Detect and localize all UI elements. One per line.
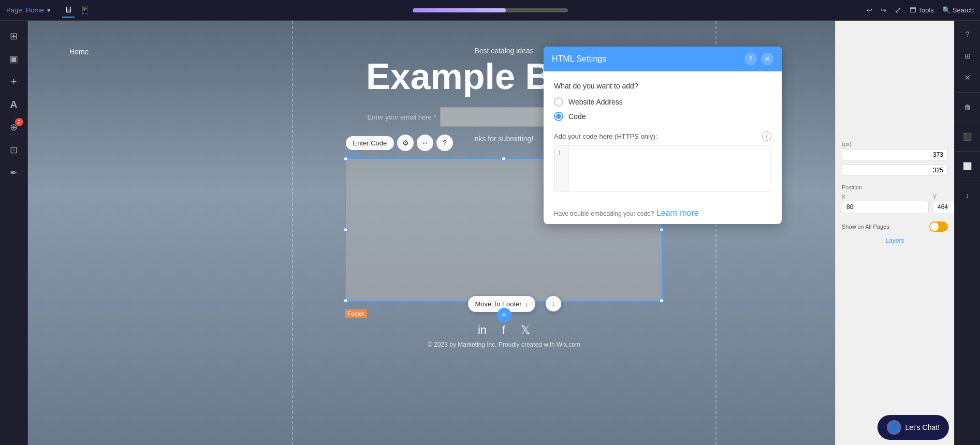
expand-icon[interactable]: ⤢	[895, 5, 901, 15]
move-to-footer-label: Move To Footer	[475, 300, 522, 308]
modal-help-button[interactable]: ?	[744, 53, 757, 65]
layout-icon[interactable]: ⬜	[958, 157, 977, 175]
x-input[interactable]	[842, 201, 929, 213]
move-icon-button[interactable]: ↕	[546, 296, 561, 312]
progress-bar-area	[413, 8, 568, 12]
position-section: Position X Y	[842, 184, 948, 213]
copyright-text: © 2023 by Marketing Inc. Proudly created…	[292, 341, 716, 348]
handle-top[interactable]	[501, 156, 506, 161]
learn-more-link[interactable]: Learn more	[656, 209, 699, 217]
home-label: Home	[69, 48, 89, 56]
info-icon[interactable]: i	[762, 131, 771, 141]
divider-2	[955, 122, 980, 122]
width-label: (px)	[842, 141, 852, 147]
modal-question: What do you want to add?	[554, 82, 771, 90]
handle-bottom-left[interactable]	[343, 298, 348, 303]
sidebar-item-apps[interactable]: ⊕ 2	[4, 117, 24, 138]
grid-icon[interactable]: ⊞	[958, 47, 977, 65]
radio-group: Website Address Code	[554, 97, 771, 121]
height-field-2[interactable]	[842, 165, 948, 176]
radio-circle-website	[554, 97, 563, 107]
show-all-pages-section: Show on All Pages	[842, 221, 948, 232]
height-row-2	[842, 165, 948, 176]
settings-icon[interactable]: ⚙	[397, 135, 414, 151]
show-all-pages-toggle[interactable]	[929, 221, 948, 232]
enter-code-button[interactable]: Enter Code	[346, 136, 394, 150]
add-icon: +	[11, 76, 17, 88]
progress-fill	[413, 8, 506, 12]
position-label: Position	[842, 184, 948, 190]
desktop-icon[interactable]: 🖥	[62, 3, 75, 18]
x-label: X	[842, 194, 929, 200]
line-1: 1	[558, 150, 565, 157]
top-bar-left: Page: Home ▼ 🖥 📱	[6, 3, 92, 18]
social-icons: in f 𝕏	[292, 323, 716, 337]
modal-help-icon: ?	[749, 55, 753, 63]
modal-header: HTML Settings ? ✕	[544, 47, 782, 71]
close-panel-icon[interactable]: ✕	[958, 68, 977, 87]
chat-avatar: 👤	[887, 420, 901, 435]
lets-chat-button[interactable]: 👤 Let's Chat!	[877, 415, 949, 440]
transform-icon[interactable]: ↕	[958, 186, 977, 205]
window-icon: 🗔	[910, 6, 916, 14]
position-grid: X Y	[842, 194, 948, 213]
tools-button[interactable]: 🗔 Tools	[910, 6, 934, 14]
left-sidebar: ⊞ ▣ + A ⊕ 2 ⊡ ✒	[0, 21, 28, 445]
layers-link[interactable]: Layers	[842, 237, 948, 244]
modal-close-icon: ✕	[765, 55, 770, 63]
sidebar-item-pages[interactable]: ⊞	[4, 26, 24, 47]
sidebar-item-sections[interactable]: ▣	[4, 49, 24, 69]
handle-left[interactable]	[343, 227, 348, 232]
thankyou-text: nks for submitting!	[475, 135, 534, 143]
sidebar-item-pen[interactable]: ✒	[4, 162, 24, 183]
divider-1	[955, 92, 980, 93]
help-circle-icon[interactable]: ?	[436, 135, 453, 151]
code-label: Code	[568, 112, 586, 121]
sidebar-item-add[interactable]: +	[4, 71, 24, 92]
handle-right[interactable]	[659, 227, 664, 232]
modal-close-button[interactable]: ✕	[761, 53, 773, 65]
linkedin-icon[interactable]: in	[478, 323, 487, 337]
tools-label: Tools	[918, 6, 933, 14]
radio-dot-code	[556, 114, 561, 119]
facebook-icon[interactable]: f	[502, 323, 505, 337]
search-button[interactable]: 🔍 Search	[942, 6, 974, 14]
sidebar-item-text[interactable]: A	[4, 94, 24, 115]
height-field-1[interactable]	[842, 149, 948, 160]
add-section-button[interactable]: +	[497, 308, 511, 322]
lets-chat-label: Let's Chat!	[905, 423, 940, 432]
radio-website-address[interactable]: Website Address	[554, 97, 771, 107]
radio-code[interactable]: Code	[554, 112, 771, 121]
redo-button[interactable]: ↪	[881, 6, 886, 14]
trash-icon[interactable]: 🗑	[958, 98, 977, 116]
page-label: Page:	[6, 6, 24, 14]
mobile-icon[interactable]: 📱	[78, 3, 92, 17]
sidebar-item-media[interactable]: ⊡	[4, 140, 24, 160]
align-icon[interactable]: ⬛	[958, 127, 977, 146]
sections-icon: ▣	[9, 53, 18, 65]
footer-label: Footer	[345, 309, 368, 318]
right-panel: (px) Position X Y Show on All Pages	[835, 21, 954, 445]
trouble-text: Have trouble embedding your code?	[554, 210, 654, 217]
html-block-label: HTML	[345, 151, 362, 158]
page-name: Home	[26, 6, 44, 14]
text-icon: A	[10, 99, 17, 111]
divider-4	[955, 181, 980, 181]
undo-button[interactable]: ↩	[867, 6, 872, 14]
height-row-1	[842, 149, 948, 160]
code-editor: 1	[554, 145, 771, 191]
chevron-down-icon: ▼	[46, 7, 52, 13]
twitter-icon[interactable]: 𝕏	[521, 323, 530, 337]
move-icon[interactable]: ↔	[417, 135, 433, 151]
media-icon: ⊡	[10, 144, 18, 156]
help-icon[interactable]: ?	[958, 25, 977, 43]
handle-bottom-right[interactable]	[659, 298, 664, 303]
size-section: (px)	[842, 141, 948, 176]
code-textarea[interactable]	[569, 145, 771, 191]
radio-circle-code	[554, 112, 563, 121]
search-label: Search	[953, 6, 974, 14]
page-selector[interactable]: Page: Home ▼	[6, 6, 52, 14]
progress-bar	[413, 8, 568, 12]
device-icons: 🖥 📱	[62, 3, 92, 18]
toggle-knob	[930, 222, 939, 231]
